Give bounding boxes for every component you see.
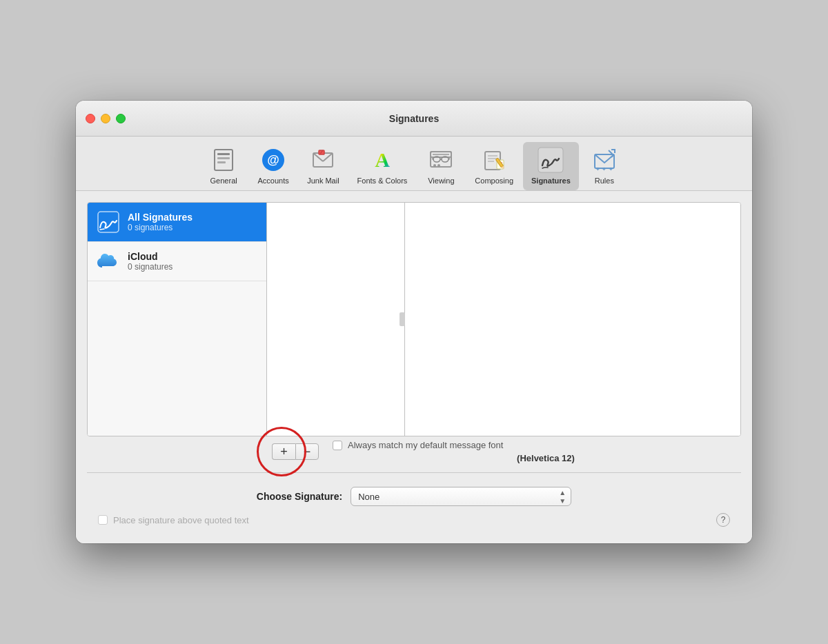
svg-text:A: A: [375, 148, 390, 171]
svg-rect-3: [217, 161, 226, 163]
accounts-icon: @: [259, 146, 287, 174]
content-area: All Signatures 0 signatures: [76, 191, 752, 543]
right-panel: [405, 203, 740, 436]
all-signatures-icon: [96, 210, 121, 234]
choose-signature-section: Choose Signature: None ▲ ▼ Place signatu…: [87, 479, 741, 532]
toolbar-item-rules[interactable]: ✦ ✦ ✦ Rules: [580, 142, 629, 190]
place-sig-checkbox[interactable]: [98, 515, 108, 525]
maximize-button[interactable]: [116, 114, 126, 123]
action-bar: + −: [266, 439, 319, 464]
svg-line-21: [448, 159, 450, 159]
svg-rect-2: [217, 157, 230, 159]
fonts-icon: A: [368, 146, 396, 174]
toolbar-item-signatures[interactable]: Signatures: [523, 142, 579, 190]
svg-rect-30: [538, 148, 563, 172]
titlebar: Signatures: [76, 101, 752, 137]
toolbar-item-general[interactable]: General: [199, 142, 248, 190]
font-match-checkbox[interactable]: [333, 441, 342, 450]
general-label: General: [210, 177, 237, 185]
traffic-lights: [86, 114, 126, 123]
rules-label: Rules: [595, 177, 614, 185]
toolbar-item-composing[interactable]: Composing: [466, 142, 522, 190]
icloud-name: iCloud: [128, 251, 172, 262]
choose-sig-row: Choose Signature: None ▲ ▼: [257, 487, 571, 506]
place-sig-row: Place signature above quoted text ?: [98, 513, 730, 527]
panel-divider[interactable]: [400, 312, 405, 326]
close-button[interactable]: [86, 114, 95, 123]
icloud-sub: 0 signatures: [128, 262, 172, 272]
signatures-label: Signatures: [531, 177, 571, 185]
signature-select[interactable]: None: [351, 487, 571, 506]
signatures-icon: [537, 146, 564, 174]
svg-line-36: [100, 229, 104, 230]
icloud-icon: [96, 249, 121, 274]
toolbar-item-junkmail[interactable]: Junk Mail: [299, 142, 347, 190]
svg-line-20: [432, 159, 433, 159]
general-icon: [210, 146, 237, 174]
minimize-button[interactable]: [101, 114, 110, 123]
window-title: Signatures: [389, 113, 439, 124]
all-signatures-name: All Signatures: [128, 212, 193, 223]
toolbar-item-viewing[interactable]: Viewing: [417, 142, 465, 190]
fonts-label: Fonts & Colors: [357, 177, 408, 185]
font-match-label: Always match my default message font: [348, 440, 503, 450]
accounts-label: Accounts: [258, 177, 289, 185]
junkmail-label: Junk Mail: [307, 177, 339, 185]
svg-text:✦ ✦ ✦: ✦ ✦ ✦: [595, 166, 613, 172]
help-button[interactable]: ?: [716, 513, 730, 527]
all-signatures-item[interactable]: All Signatures 0 signatures: [88, 203, 266, 242]
svg-text:@: @: [267, 153, 279, 167]
all-signatures-sub: 0 signatures: [128, 223, 193, 232]
toolbar-item-fonts[interactable]: A Fonts & Colors: [349, 142, 416, 190]
rules-icon: ✦ ✦ ✦: [591, 146, 618, 174]
add-signature-button[interactable]: +: [272, 443, 295, 460]
svg-rect-1: [217, 153, 230, 155]
composing-label: Composing: [475, 177, 513, 185]
middle-panel: [267, 203, 405, 436]
composing-icon: [480, 146, 508, 174]
choose-sig-label: Choose Signature:: [257, 491, 342, 502]
svg-point-14: [433, 164, 436, 167]
main-window: Signatures General @ A: [76, 101, 752, 543]
all-signatures-text: All Signatures 0 signatures: [128, 212, 193, 232]
place-sig-label: Place signature above quoted text: [113, 515, 249, 525]
icloud-item[interactable]: iCloud 0 signatures: [88, 242, 266, 281]
signature-panels: All Signatures 0 signatures: [87, 202, 741, 436]
toolbar-item-accounts[interactable]: @ Accounts: [249, 142, 297, 190]
svg-point-15: [437, 164, 440, 167]
remove-signature-button[interactable]: −: [295, 443, 319, 460]
viewing-icon: [427, 146, 455, 174]
font-name-label: (Helvetica 12): [333, 453, 741, 463]
signature-select-wrapper: None ▲ ▼: [351, 487, 571, 506]
icloud-text: iCloud 0 signatures: [128, 251, 172, 272]
section-divider: [87, 472, 741, 473]
junkmail-icon: [309, 146, 337, 174]
viewing-label: Viewing: [428, 177, 454, 185]
font-match-row: Always match my default message font: [333, 440, 741, 450]
accounts-panel: All Signatures 0 signatures: [88, 203, 267, 436]
svg-rect-0: [215, 150, 233, 170]
toolbar: General @ Accounts: [76, 137, 752, 191]
